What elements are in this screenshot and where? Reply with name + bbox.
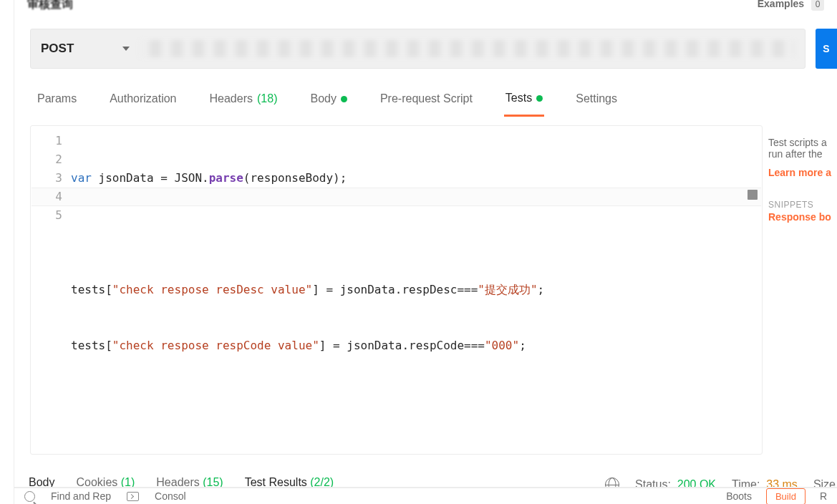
dot-indicator-icon bbox=[341, 96, 347, 102]
examples-count-badge: 0 bbox=[811, 0, 824, 11]
tab-tests[interactable]: Tests bbox=[504, 86, 544, 117]
console-button[interactable]: Consol bbox=[155, 490, 186, 502]
console-icon[interactable] bbox=[127, 492, 139, 501]
headers-count: (18) bbox=[257, 92, 277, 105]
chevron-down-icon bbox=[122, 47, 130, 51]
search-icon[interactable] bbox=[24, 491, 35, 502]
snippet-item[interactable]: Response bo bbox=[768, 211, 834, 223]
line-gutter: 1 2 3 4 5 bbox=[31, 126, 71, 454]
tests-code-editor[interactable]: 1 2 3 4 5 var jsonData = JSON.parse(resp… bbox=[30, 125, 763, 455]
tab-params[interactable]: Params bbox=[36, 86, 78, 116]
tab-pre-request-script[interactable]: Pre-request Script bbox=[379, 86, 474, 116]
help-panel: Test scripts a run after the Learn more … bbox=[763, 125, 834, 455]
snippets-heading: SNIPPETS bbox=[768, 200, 834, 210]
http-method-dropdown[interactable]: POST bbox=[41, 42, 130, 56]
build-button[interactable]: Build bbox=[766, 488, 805, 505]
find-replace-button[interactable]: Find and Rep bbox=[51, 490, 111, 502]
send-button[interactable]: S bbox=[816, 29, 837, 69]
page-title: 审核查询 bbox=[27, 0, 73, 12]
code-content[interactable]: var jsonData = JSON.parse(responseBody);… bbox=[71, 126, 762, 454]
runner-button[interactable]: R bbox=[820, 490, 827, 502]
tab-headers[interactable]: Headers (18) bbox=[208, 86, 279, 116]
tab-settings[interactable]: Settings bbox=[574, 86, 619, 116]
tab-authorization[interactable]: Authorization bbox=[108, 86, 178, 116]
dot-indicator-icon bbox=[536, 95, 543, 102]
minimap-indicator-icon bbox=[748, 190, 758, 200]
learn-more-link[interactable]: Learn more a bbox=[768, 167, 834, 178]
url-field[interactable] bbox=[140, 40, 795, 57]
tab-body[interactable]: Body bbox=[309, 86, 348, 116]
bootcamp-button[interactable]: Boots bbox=[726, 490, 752, 502]
examples-dropdown[interactable]: Examples 0 bbox=[758, 0, 824, 11]
